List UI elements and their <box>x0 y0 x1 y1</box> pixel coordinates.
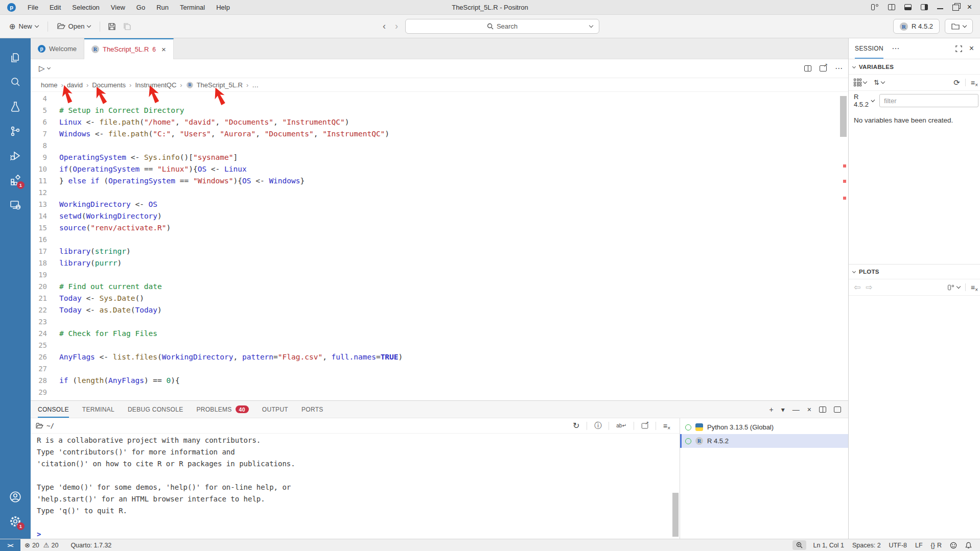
restore-icon[interactable] <box>952 5 958 10</box>
new-button[interactable]: ⊕ New <box>5 19 42 34</box>
save-all-icon[interactable] <box>123 22 131 31</box>
menu-help[interactable]: Help <box>212 2 235 13</box>
variables-filter-input[interactable] <box>879 94 978 107</box>
breadcrumb-separator: › <box>246 81 248 89</box>
run-file-button[interactable]: ▷ <box>36 63 53 74</box>
search-sidebar-icon[interactable] <box>3 70 28 94</box>
editor-scrollbar[interactable] <box>840 96 847 137</box>
panel-tab-problems[interactable]: PROBLEMS40 <box>196 401 248 418</box>
tab-session[interactable]: SESSION <box>855 38 883 59</box>
next-plot-icon[interactable]: ⇨ <box>866 282 872 292</box>
refresh-variables-icon[interactable]: ⟳ <box>953 78 960 87</box>
menu-terminal[interactable]: Terminal <box>175 2 209 13</box>
remote-indicator[interactable]: >< <box>0 539 20 551</box>
panel-tab-console[interactable]: CONSOLE <box>38 401 69 418</box>
remote-explorer-icon[interactable] <box>3 193 28 217</box>
workspace-folder-button[interactable] <box>945 19 973 34</box>
run-options-icon[interactable] <box>47 66 51 69</box>
feedback-smiley-icon[interactable] <box>946 539 961 551</box>
panel-tab-ports[interactable]: PORTS <box>301 401 323 418</box>
word-wrap-icon[interactable]: ab↵ <box>616 423 626 428</box>
zoom-indicator[interactable] <box>792 540 806 550</box>
quarto-version[interactable]: Quarto: 1.7.32 <box>66 539 115 551</box>
new-console-icon[interactable]: + <box>769 405 774 414</box>
tab-thescript-5l-r[interactable]: RTheScript_5L.R6× <box>84 38 174 59</box>
close-tab-icon[interactable]: × <box>161 45 166 54</box>
maximize-panel-icon[interactable] <box>834 406 841 413</box>
console-options-icon[interactable]: ▾ <box>781 405 785 414</box>
customize-layout-icon[interactable] <box>871 4 879 10</box>
line-number: 8 <box>31 140 59 152</box>
back-icon[interactable]: ‹ <box>381 21 388 32</box>
clear-plots-icon[interactable]: ≡ <box>971 283 975 292</box>
menu-go[interactable]: Go <box>132 2 150 13</box>
restart-console-icon[interactable]: ↻ <box>573 421 579 430</box>
panel-tab-debug-console[interactable]: DEBUG CONSOLE <box>128 401 183 418</box>
menu-file[interactable]: File <box>23 2 43 13</box>
editor-more-actions-icon[interactable]: ⋯ <box>835 64 843 73</box>
plots-toolbar: ⇦ ⇨ ≡ <box>849 279 980 296</box>
clear-console-icon[interactable]: ≡ <box>663 422 667 430</box>
split-editor-icon[interactable] <box>804 65 811 71</box>
console-info-icon[interactable]: ⓘ <box>594 421 601 430</box>
sidebar-more-icon[interactable]: ⋯ <box>892 44 900 53</box>
interpreter-selector-button[interactable]: R R 4.5.2 <box>893 19 940 34</box>
clear-variables-icon[interactable]: ≡ <box>971 79 975 87</box>
minimize-panel-icon[interactable]: — <box>792 405 800 414</box>
session-python-3-13-5-global-[interactable]: Python 3.13.5 (Global) <box>680 420 848 434</box>
session-r-4-5-2[interactable]: RR 4.5.2 <box>680 434 848 448</box>
panel-tab-terminal[interactable]: TERMINAL <box>82 401 114 418</box>
breadcrumb-item--[interactable]: … <box>252 81 259 89</box>
console-scrollbar[interactable] <box>672 493 679 537</box>
search-input[interactable]: Search <box>405 19 599 34</box>
search-dropdown-icon[interactable] <box>589 23 593 28</box>
folder-open-icon <box>57 23 65 30</box>
menu-view[interactable]: View <box>106 2 130 13</box>
menu-selection[interactable]: Selection <box>67 2 104 13</box>
variables-sort-icon[interactable]: ⇅ <box>874 79 884 86</box>
window-controls: × <box>871 4 980 10</box>
close-sidebar-icon[interactable]: × <box>969 44 974 53</box>
cursor-position[interactable]: Ln 1, Col 1 <box>809 539 848 551</box>
settings-gear-icon[interactable]: 1 <box>3 509 28 534</box>
forward-icon[interactable]: › <box>393 21 400 32</box>
panel-tab-output[interactable]: OUTPUT <box>262 401 288 418</box>
breadcrumb-item-home[interactable]: home <box>41 81 58 89</box>
problems-summary[interactable]: ⊗20 ⚠20 <box>20 539 62 551</box>
source-control-icon[interactable] <box>3 119 28 143</box>
testing-flask-icon[interactable] <box>3 94 28 119</box>
variables-section-header[interactable]: VARIABLES <box>849 59 980 75</box>
split-editor-layout-icon[interactable] <box>888 4 895 10</box>
eol[interactable]: LF <box>911 539 927 551</box>
move-console-icon[interactable] <box>642 423 648 428</box>
explorer-icon[interactable] <box>3 45 28 70</box>
minimize-icon[interactable] <box>937 8 943 9</box>
code-editor[interactable]: 45# Setup in Correct Directory6Linux <- … <box>31 92 848 400</box>
close-icon[interactable]: × <box>967 4 972 10</box>
indentation[interactable]: Spaces: 2 <box>848 539 885 551</box>
previous-plot-icon[interactable]: ⇦ <box>854 282 860 292</box>
console-cwd[interactable]: ~/ <box>46 422 54 429</box>
notifications-bell-icon[interactable] <box>961 539 976 551</box>
console-output[interactable]: R is a collaborative project with many c… <box>31 434 680 539</box>
menu-run[interactable]: Run <box>152 2 173 13</box>
variables-view-mode-icon[interactable] <box>854 79 867 86</box>
save-icon[interactable] <box>108 22 116 31</box>
open-button[interactable]: Open <box>53 20 95 33</box>
account-icon[interactable] <box>3 485 28 509</box>
split-panel-icon[interactable] <box>819 406 826 413</box>
close-panel-icon[interactable]: × <box>807 405 811 414</box>
menu-edit[interactable]: Edit <box>45 2 65 13</box>
encoding[interactable]: UTF-8 <box>885 539 911 551</box>
plot-layout-icon[interactable] <box>947 284 960 291</box>
tab-welcome[interactable]: pWelcome <box>31 38 84 59</box>
expand-icon[interactable] <box>955 45 962 52</box>
plots-section-header[interactable]: PLOTS <box>849 264 980 279</box>
open-in-new-window-icon[interactable] <box>820 65 827 71</box>
toggle-secondary-sidebar-icon[interactable] <box>921 4 928 10</box>
runtime-selector[interactable]: R 4.5.2 <box>854 93 874 108</box>
toggle-panel-icon[interactable] <box>904 4 912 10</box>
run-debug-icon[interactable] <box>3 143 28 168</box>
language-mode[interactable]: {} R <box>927 539 946 551</box>
extensions-icon[interactable]: 1 <box>3 168 28 193</box>
